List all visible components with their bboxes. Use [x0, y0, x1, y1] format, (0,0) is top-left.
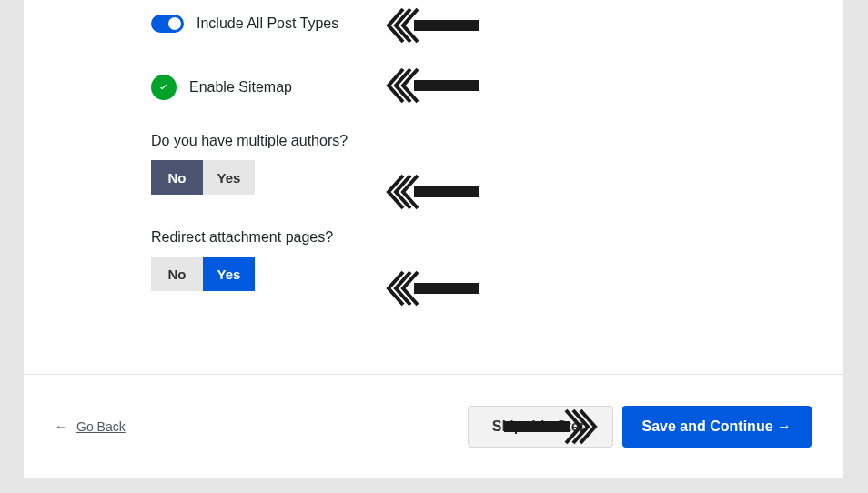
question-multiple-authors: Do you have multiple authors?: [151, 133, 843, 149]
segmented-multiple-authors: No Yes: [151, 160, 843, 195]
footer: ← Go Back Skip this Step Save and Contin…: [24, 374, 843, 478]
question-redirect-attachment: Redirect attachment pages?: [151, 229, 843, 246]
segmented-redirect-attachment: No Yes: [151, 257, 843, 291]
skip-button[interactable]: Skip this Step: [468, 406, 613, 448]
toggle-include-all-post-types[interactable]: Include All Post Types: [151, 15, 338, 33]
row-include-all-post-types: Include All Post Types: [151, 0, 843, 60]
redirect-attachment-yes-button[interactable]: Yes: [203, 257, 255, 291]
multiple-authors-yes-button[interactable]: Yes: [203, 160, 255, 195]
toggle-label: Include All Post Types: [197, 15, 338, 32]
go-back-label: Go Back: [76, 419, 126, 434]
toggle-label: Enable Sitemap: [189, 79, 292, 96]
footer-right: Skip this Step Save and Continue →: [468, 406, 812, 448]
check-circle-icon: [151, 75, 177, 100]
multiple-authors-no-button[interactable]: No: [151, 160, 203, 195]
toggle-switch-icon: [151, 15, 184, 33]
annotation-arrow-icon: [383, 67, 479, 104]
save-continue-button[interactable]: Save and Continue →: [622, 406, 812, 448]
row-multiple-authors: Do you have multiple authors? No Yes: [151, 133, 843, 229]
row-redirect-attachment: Redirect attachment pages? No Yes: [151, 229, 843, 326]
arrow-left-icon: ←: [55, 419, 67, 434]
redirect-attachment-no-button[interactable]: No: [151, 257, 203, 291]
go-back-link[interactable]: ← Go Back: [55, 419, 126, 434]
row-enable-sitemap: Enable Sitemap: [151, 60, 843, 120]
toggle-enable-sitemap[interactable]: Enable Sitemap: [151, 75, 292, 100]
annotation-arrow-icon: [383, 7, 479, 44]
